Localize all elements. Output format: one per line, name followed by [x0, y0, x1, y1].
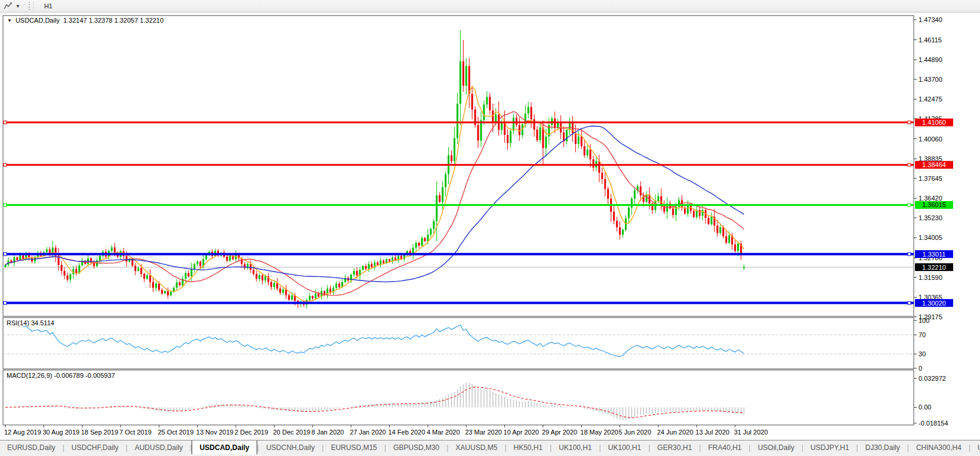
svg-text:13 Jul 2020: 13 Jul 2020	[695, 429, 729, 436]
svg-text:8 Jan 2020: 8 Jan 2020	[312, 429, 344, 436]
svg-text:1.31590: 1.31590	[919, 274, 942, 281]
svg-text:18 May 2020: 18 May 2020	[580, 429, 618, 436]
svg-text:70: 70	[919, 331, 926, 338]
chart-tab-ger30-h1[interactable]: GER30,H1	[650, 440, 699, 454]
svg-text:1.43700: 1.43700	[919, 76, 942, 83]
svg-text:7 Oct 2019: 7 Oct 2019	[119, 429, 152, 436]
svg-text:1.47340: 1.47340	[919, 16, 942, 23]
svg-text:100: 100	[919, 317, 929, 324]
main-panel-border	[3, 16, 914, 316]
macd-indicator-label: MACD(12,26,9) -0.006789 -0.005937	[7, 372, 115, 379]
chart-tab-hk50-h1[interactable]: HK50,H1	[507, 440, 550, 454]
chart-tab-uk100-h1[interactable]: UK100,H1	[601, 440, 648, 454]
toolbar-drag-handle[interactable]	[29, 2, 34, 10]
collapse-arrow-icon[interactable]: ▼	[7, 18, 12, 23]
chart-tab-audusd-daily[interactable]: AUDUSD,Daily	[128, 440, 190, 454]
svg-text:0.00: 0.00	[919, 403, 931, 411]
svg-text:1.41060: 1.41060	[922, 119, 946, 126]
chart-tab-dj30-daily[interactable]: DJ30,Daily	[858, 440, 907, 454]
timeframe-button-h1[interactable]: H1	[38, 1, 58, 12]
chart-tab-usoil-daily[interactable]: USOil,Daily	[751, 440, 802, 454]
svg-text:1.33011: 1.33011	[923, 251, 946, 258]
svg-text:10 Apr 2020: 10 Apr 2020	[504, 429, 539, 436]
trading-terminal: { "toolbar": { "timeframes": ["M1","M5",…	[0, 0, 980, 456]
chart-tab-eurusd-m15[interactable]: EURUSD,M15	[323, 440, 384, 454]
chart-tab-china300-h4[interactable]: CHINA300,H4	[909, 440, 969, 454]
drawing-tool-icon[interactable]	[2, 1, 13, 11]
chart-tab-fra40-h1[interactable]: FRA40,H1	[701, 440, 748, 454]
rsi-indicator-label: RSI(14) 34.5114	[7, 319, 54, 326]
svg-text:1.46115: 1.46115	[919, 36, 942, 44]
svg-text:0.032972: 0.032972	[919, 375, 946, 382]
chart-window: 1.473401.461151.448901.437001.424751.412…	[0, 13, 980, 440]
chart-symbol-label: USDCAD,Daily	[16, 17, 60, 24]
svg-text:23 Mar 2020: 23 Mar 2020	[465, 429, 502, 436]
svg-text:18 Sep 2019: 18 Sep 2019	[81, 429, 118, 436]
svg-text:1.40060: 1.40060	[919, 135, 942, 143]
svg-text:12 Aug 2019: 12 Aug 2019	[4, 429, 41, 436]
svg-text:1.38464: 1.38464	[922, 161, 946, 168]
svg-text:0: 0	[919, 365, 922, 372]
svg-text:5 Jun 2020: 5 Jun 2020	[619, 429, 651, 436]
svg-text:1.32210: 1.32210	[922, 264, 946, 271]
toolbar: ▼ M1M5M15M30H1H4D1W1MN	[0, 0, 980, 13]
svg-text:13 Nov 2019: 13 Nov 2019	[196, 429, 233, 436]
chart-tab-usdcad-daily[interactable]: USDCAD,Daily	[192, 440, 257, 454]
date-axis: 12 Aug 201930 Aug 201918 Sep 20197 Oct 2…	[4, 425, 768, 436]
zigzag-line-icon	[4, 2, 13, 10]
svg-text:2 Dec 2019: 2 Dec 2019	[235, 429, 268, 436]
svg-text:4 Mar 2020: 4 Mar 2020	[427, 429, 460, 436]
svg-text:14 Feb 2020: 14 Feb 2020	[389, 429, 426, 436]
chart-canvas[interactable]: 1.473401.461151.448901.437001.424751.412…	[0, 13, 980, 440]
chart-tab-uk100-h1[interactable]: UK100,H1	[551, 440, 599, 454]
svg-text:29 Apr 2020: 29 Apr 2020	[542, 429, 577, 436]
chart-tab-eurusd-daily[interactable]: EURUSD,Daily	[0, 440, 63, 454]
dropdown-caret-icon[interactable]: ▼	[13, 4, 23, 9]
svg-text:20 Dec 2019: 20 Dec 2019	[273, 429, 310, 436]
chart-tab-usoil-d[interactable]: USOil,D	[970, 440, 980, 454]
svg-text:1.42475: 1.42475	[919, 95, 942, 103]
chart-tab-xauusd-m5[interactable]: XAUUSD,M5	[448, 440, 504, 454]
svg-text:31 Jul 2020: 31 Jul 2020	[734, 429, 768, 436]
toolbar-icon-group: ▼	[0, 1, 25, 11]
chart-tab-usdcnh-daily[interactable]: USDCNH,Daily	[259, 440, 322, 454]
svg-text:27 Jan 2020: 27 Jan 2020	[350, 429, 386, 436]
chart-tab-usdchf-daily[interactable]: USDCHF,Daily	[64, 440, 126, 454]
chart-ohlc-values: 1.32147 1.32378 1.32057 1.32210	[63, 17, 164, 24]
rsi-panel-border	[3, 318, 914, 369]
macd-panel-border	[3, 370, 914, 425]
svg-text:1.44890: 1.44890	[919, 56, 942, 63]
chart-tab-usdjpy-h1[interactable]: USDJPY,H1	[803, 440, 856, 454]
svg-text:1.35230: 1.35230	[919, 214, 942, 221]
svg-text:30: 30	[919, 350, 926, 358]
chart-tab-gbpusd-m30[interactable]: GBPUSD,M30	[386, 440, 446, 454]
svg-text:1.36015: 1.36015	[922, 201, 946, 208]
svg-text:24 Jun 2020: 24 Jun 2020	[657, 429, 694, 436]
svg-text:-0.018154: -0.018154	[919, 420, 948, 427]
svg-text:1.34005: 1.34005	[919, 234, 942, 241]
chart-title: ▼ USDCAD,Daily 1.32147 1.32378 1.32057 1…	[7, 17, 164, 24]
chart-tab-bar: EURUSD,Daily|USDCHF,Daily|AUDUSD,Daily|U…	[0, 440, 980, 454]
svg-text:1.37645: 1.37645	[919, 175, 942, 182]
svg-text:25 Oct 2019: 25 Oct 2019	[158, 429, 193, 436]
svg-text:30 Aug 2019: 30 Aug 2019	[42, 429, 79, 436]
svg-text:1.30020: 1.30020	[922, 300, 946, 307]
